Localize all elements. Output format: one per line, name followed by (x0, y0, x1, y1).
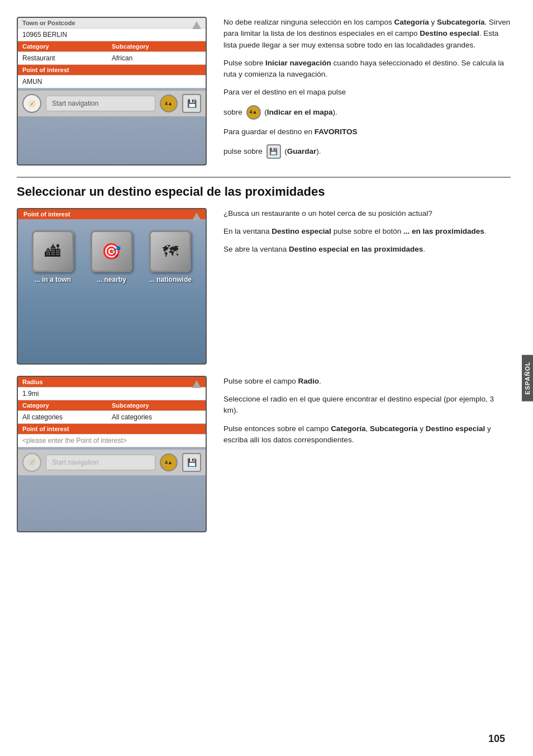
middle-para2: En la ventana Destino especial pulse sob… (223, 226, 511, 237)
middle-para1: ¿Busca un restaurante o un hotel cerca d… (223, 208, 511, 219)
top-para2: Pulse sobre Iniciar navegación cuando ha… (223, 58, 511, 81)
category-subcategory-value[interactable]: Restaurant African (18, 52, 206, 65)
radius-poi-value[interactable]: <please enter the Point of interest> (18, 434, 206, 447)
top-para3: Para ver el destino en el mapa pulse (223, 87, 511, 98)
poi-picker-screen: Point of interest 🏙 ... in a town 🎯 ... … (17, 208, 207, 365)
middle-description-text: ¿Busca un restaurante o un hotel cerca d… (223, 208, 511, 365)
bottom-section: Radius 1.9mi Category Subcategory All ca… (17, 376, 511, 532)
map-icon-inline: 4▲ (246, 105, 261, 120)
middle-para3: Se abre la ventana Destino especial en l… (223, 244, 511, 255)
radius-bottom-bar: 🧭 Start navigation 4▲ 💾 (18, 450, 206, 475)
category-value: Restaurant (22, 54, 112, 62)
poi-back-arrow-icon[interactable] (192, 212, 201, 220)
save-button[interactable]: 💾 (182, 94, 201, 113)
town-icon: 🏙 (32, 230, 74, 272)
radius-back-arrow-icon[interactable] (192, 380, 201, 388)
radius-value[interactable]: 1.9mi (18, 388, 206, 400)
middle-section: Point of interest 🏙 ... in a town 🎯 ... … (17, 208, 511, 365)
bottom-description-text: Pulse sobre el campo Radio. Seleccione e… (223, 376, 511, 532)
radius-start-nav-label: Start navigation (52, 459, 98, 466)
radius-map-button[interactable]: 4▲ (160, 453, 178, 471)
top-section: Town or Postcode 10965 BERLIN Category S… (17, 17, 511, 166)
bottom-bar-top: 🧭 Start navigation 4▲ 💾 (18, 91, 206, 116)
top-para4: Para guardar el destino en FAVORITOS (223, 126, 511, 138)
poi-btn-town[interactable]: 🏙 ... in a town (32, 230, 74, 284)
radius-start-navigation-button: Start navigation (46, 455, 155, 470)
bottom-para3: Pulse entonces sobre el campo Categoría,… (223, 423, 511, 446)
town-postcode-value: 10965 BERLIN (18, 29, 206, 41)
nearby-label: ... nearby (97, 276, 126, 284)
radius-cat-val: All categories (22, 413, 112, 421)
radius-cat-value[interactable]: All categories All categories (18, 411, 206, 424)
start-navigation-button[interactable]: Start navigation (46, 96, 155, 111)
radius-field-label: Radius (18, 377, 206, 388)
page-container: Town or Postcode 10965 BERLIN Category S… (0, 0, 533, 756)
section-heading: Seleccionar un destino especial de las p… (17, 177, 511, 199)
map-button[interactable]: 4▲ (160, 94, 178, 112)
compass-icon[interactable]: 🧭 (22, 94, 41, 113)
page-number: 105 (488, 733, 505, 745)
radius-save-button[interactable]: 💾 (182, 453, 201, 472)
radius-cat-label: Category (22, 402, 112, 409)
poi-btn-nearby[interactable]: 🎯 ... nearby (91, 230, 132, 284)
top-para4b: pulse sobre 💾 (Guardar). (223, 144, 511, 159)
town-label: ... in a town (35, 276, 71, 284)
category-subcategory-header: Category Subcategory (18, 41, 206, 52)
top-para3b: sobre 4▲ (Indicar en el mapa). (223, 105, 511, 120)
top-description-text: No debe realizar ninguna selección en lo… (223, 17, 511, 166)
start-nav-label: Start navigation (52, 100, 98, 107)
radius-subcat-val: All categories (112, 413, 201, 421)
town-postcode-label: Town or Postcode (18, 18, 206, 29)
back-arrow-icon[interactable] (192, 21, 201, 29)
poi-buttons-area: 🏙 ... in a town 🎯 ... nearby 🗺 ... natio… (18, 219, 206, 289)
radius-compass-icon[interactable]: 🧭 (22, 453, 41, 472)
top-para1: No debe realizar ninguna selección en lo… (223, 17, 511, 51)
poi-value[interactable]: AMUN (18, 75, 206, 88)
bottom-para2: Seleccione el radio en el que quiere enc… (223, 394, 511, 417)
nationwide-icon: 🗺 (149, 230, 191, 272)
poi-header-label: Point of interest (18, 65, 206, 75)
poi-btn-nationwide[interactable]: 🗺 ... nationwide (149, 230, 192, 284)
subcategory-value: African (112, 54, 201, 62)
save-icon-inline: 💾 (266, 144, 281, 159)
nav-screen-top: Town or Postcode 10965 BERLIN Category S… (17, 17, 207, 166)
subcategory-header: Subcategory (112, 43, 201, 50)
sidebar-espanol-label: ESPAÑOL (522, 355, 533, 401)
poi-field-header: Point of interest (18, 209, 206, 219)
radius-cat-header: Category Subcategory (18, 400, 206, 411)
category-header: Category (22, 43, 112, 50)
nearby-icon: 🎯 (91, 230, 132, 272)
radius-screen: Radius 1.9mi Category Subcategory All ca… (17, 376, 207, 532)
bottom-para1: Pulse sobre el campo Radio. (223, 376, 511, 387)
radius-poi-header: Point of interest (18, 424, 206, 434)
radius-subcat-label: Subcategory (112, 402, 201, 409)
nationwide-label: ... nationwide (149, 276, 192, 284)
